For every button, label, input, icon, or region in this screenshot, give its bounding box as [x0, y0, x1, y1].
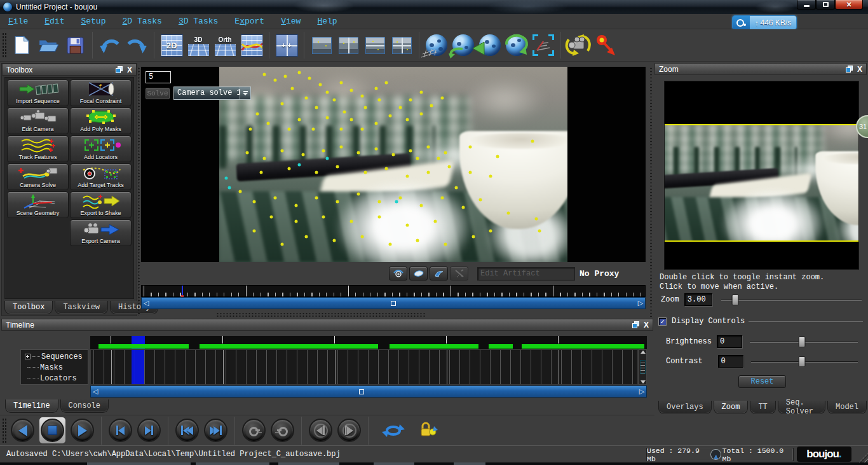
layout-two-vertical-button[interactable] [335, 31, 362, 59]
layout-two-horizontal-button[interactable] [362, 31, 388, 59]
brightness-slider-handle[interactable] [798, 337, 805, 347]
timeline-clip-segment[interactable] [98, 344, 189, 349]
tracker-dot[interactable] [419, 112, 423, 115]
timeline-vertical-scrollbar[interactable] [639, 349, 647, 385]
minimize-button[interactable] [797, 0, 816, 10]
tracker-dot[interactable] [305, 97, 308, 100]
tracker-dot[interactable] [357, 151, 360, 155]
track-features-button[interactable]: Track Features [7, 135, 69, 162]
brightness-value-field[interactable]: 0 [717, 335, 742, 348]
viewport-scrollbar[interactable]: ◁ ▷ [141, 297, 646, 309]
tracker-dot[interactable] [419, 204, 423, 207]
edit-camera-button[interactable]: Edit Camera [7, 108, 69, 134]
play-reverse-button[interactable] [11, 419, 34, 442]
tracker-dot[interactable] [294, 219, 297, 223]
tracker-dot[interactable] [336, 200, 339, 203]
toolbar-grip[interactable] [2, 32, 6, 58]
timeline-vscroll-handle[interactable] [640, 360, 646, 374]
tracker-dot[interactable] [360, 235, 363, 239]
tab-toolbox[interactable]: Toolbox [4, 301, 53, 314]
toggle-predictions-button[interactable] [389, 267, 407, 281]
tracker-dot[interactable] [322, 216, 325, 219]
tracker-dot[interactable] [534, 218, 538, 221]
tracker-dot[interactable] [350, 219, 353, 223]
tracker-dot[interactable] [291, 87, 294, 90]
tracker-dot[interactable] [405, 223, 409, 226]
tracker-dot[interactable] [444, 243, 447, 246]
next-keyframe-button[interactable] [271, 419, 294, 442]
menu-help[interactable]: Help [317, 17, 337, 26]
tracker-dot[interactable] [538, 229, 541, 232]
scroll-right-icon[interactable]: ▷ [637, 388, 646, 395]
viewport[interactable]: 5 Solve Camera solve 1 [141, 67, 646, 262]
display-controls-checkbox[interactable]: ✓ [658, 317, 667, 326]
tracker-dot[interactable] [332, 239, 336, 242]
refine-camera-button[interactable] [565, 31, 592, 59]
tracker-dot[interactable] [263, 73, 266, 76]
goto-start-button[interactable] [175, 419, 199, 442]
tracker-dot[interactable] [357, 192, 360, 195]
tracker-dot[interactable] [301, 153, 304, 156]
timeline-clip-segment[interactable] [522, 344, 645, 349]
add-poly-masks-button[interactable]: Add Poly Masks [70, 108, 132, 134]
frame-number-field[interactable]: 5 [146, 71, 171, 83]
layout-single-button[interactable] [308, 31, 335, 59]
float-panel-icon[interactable] [116, 66, 123, 73]
tracker-dot[interactable] [259, 170, 262, 174]
tracker-dot[interactable] [426, 145, 430, 148]
zoom-view[interactable] [664, 81, 859, 270]
tracker-dot[interactable] [433, 219, 437, 223]
tracker-dot[interactable] [388, 114, 391, 117]
reset-button[interactable]: Reset [738, 375, 786, 388]
tracker-dot[interactable] [444, 151, 447, 155]
tracker-dot[interactable] [479, 198, 482, 201]
tree-item-locators[interactable]: Locators [25, 373, 88, 384]
lock-keyframes-icon[interactable] [419, 421, 438, 440]
tracker-dot[interactable] [395, 200, 398, 203]
tracker-dot[interactable] [273, 196, 276, 199]
tab-model[interactable]: Model [827, 401, 867, 414]
tracker-dot[interactable] [339, 128, 342, 131]
menu-3d-tasks[interactable]: 3D Tasks [179, 17, 218, 26]
contrast-slider-handle[interactable] [799, 356, 806, 367]
tracker-dot[interactable] [224, 176, 227, 179]
menu-file[interactable]: File [8, 17, 28, 26]
tracker-dot[interactable] [339, 145, 342, 148]
tracker-dot[interactable] [378, 200, 381, 203]
tracker-dot[interactable] [315, 196, 318, 199]
tracker-dot[interactable] [298, 71, 301, 74]
tracker-dot[interactable] [287, 128, 290, 131]
tab-tt[interactable]: TT [750, 401, 775, 414]
tab-overlays[interactable]: Overlays [658, 401, 712, 414]
tracker-dot[interactable] [273, 79, 276, 82]
zoom-slider[interactable] [721, 295, 862, 305]
title-bar[interactable]: Untitled Project - boujou ✕ [0, 0, 868, 14]
tracker-dot[interactable] [245, 151, 248, 155]
tracker-dot[interactable] [385, 167, 388, 170]
zoom-value-field[interactable]: 3.00 [684, 293, 712, 306]
solve-button[interactable]: Solve [146, 88, 170, 99]
menu-view[interactable]: View [281, 17, 301, 26]
tracker-dot[interactable] [325, 157, 329, 160]
horizontal-splitter[interactable] [216, 312, 426, 317]
scroll-left-icon[interactable]: ◁ [91, 388, 100, 395]
timeline-clip-segment[interactable] [489, 344, 513, 349]
tracker-dot[interactable] [266, 122, 269, 125]
maximize-button[interactable] [816, 0, 835, 10]
tracker-dot[interactable] [531, 139, 534, 142]
tracker-dot[interactable] [294, 204, 297, 207]
tree-item-masks[interactable]: Masks [25, 362, 88, 373]
ruler-playhead[interactable] [182, 286, 183, 295]
timeline-playhead[interactable] [132, 350, 145, 384]
tracker-dot[interactable] [256, 112, 259, 115]
zoom-slider-handle[interactable] [731, 295, 738, 305]
toolbox-title-bar[interactable]: Toolbox X [2, 64, 137, 76]
scene-geometry-button[interactable]: Scene Geometry [7, 191, 69, 218]
tracker-dot[interactable] [298, 163, 301, 166]
zoom-title-bar[interactable]: Zoom X [654, 63, 867, 75]
float-panel-icon[interactable] [846, 66, 853, 73]
tracker-dot[interactable] [409, 99, 412, 102]
tracker-dot[interactable] [263, 157, 266, 160]
prev-keyframe-button[interactable] [242, 419, 266, 442]
resize-grip[interactable] [857, 451, 868, 462]
